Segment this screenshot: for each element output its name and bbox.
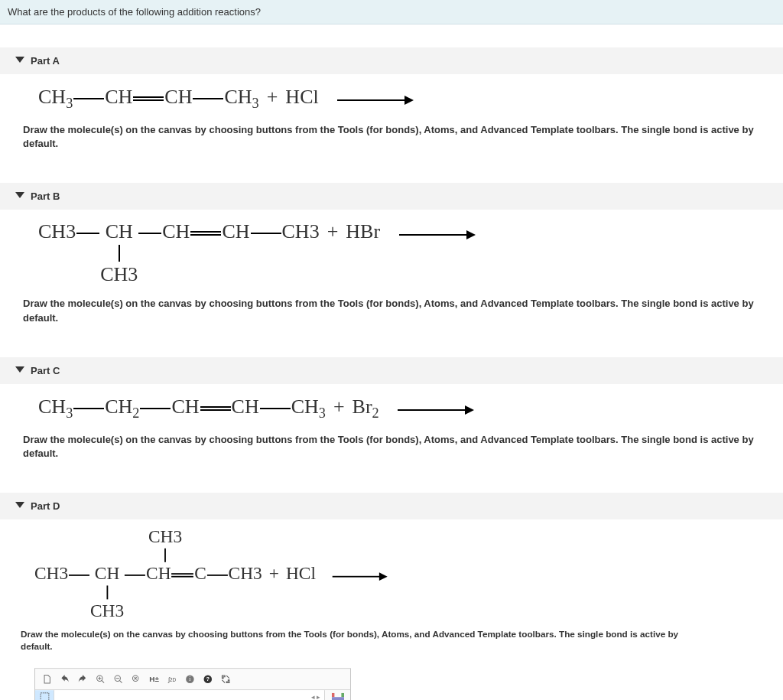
caret-down-icon [15,192,24,198]
part-b-formula: CH3 CH CH3 CHCHCH3+HBr [0,210,783,297]
marquee-select-icon[interactable] [35,691,54,700]
part-a-header[interactable]: Part A [0,47,783,74]
reaction-arrow-icon [333,565,388,586]
reaction-arrow-icon [399,222,476,245]
h-plusminus-button[interactable]: H± [147,672,162,687]
info-icon[interactable]: i [183,672,198,687]
drawing-canvas[interactable]: ◂ ▸ [54,691,324,700]
part-c-header[interactable]: Part C [0,357,783,384]
svg-text:?: ? [206,676,210,683]
part-a-instruction: Draw the molecule(s) on the canvas by ch… [0,123,783,160]
caret-down-icon [15,502,24,508]
question-text: What are the products of the following a… [8,6,261,18]
view-2d-button[interactable]: ∫2D [164,672,180,687]
caret-down-icon [15,57,24,63]
part-d-instruction: Draw the molecule(s) on the canvas by ch… [0,628,705,662]
part-b-header[interactable]: Part B [0,183,783,210]
part-c-instruction: Draw the molecule(s) on the canvas by ch… [0,433,783,470]
fullscreen-icon[interactable] [218,672,233,687]
zoom-out-icon[interactable] [111,672,126,687]
part-a-title: Part A [31,55,60,67]
reaction-arrow-icon [398,396,474,420]
svg-rect-7 [41,693,49,700]
question-header: What are the products of the following a… [0,0,783,24]
periodic-table-icon[interactable] [325,691,350,700]
canvas-pan-icon[interactable]: ◂ ▸ [311,693,320,700]
svg-text:i: i [189,676,190,683]
part-b-instruction: Draw the molecule(s) on the canvas by ch… [0,297,783,334]
part-c-formula: CH3CH2CHCHCH3+Br2 [0,384,783,433]
redo-icon[interactable] [75,672,90,687]
part-d-title: Part D [31,500,60,512]
editor-tools-left: + [35,691,54,700]
caret-down-icon [15,366,24,373]
new-document-icon[interactable] [39,672,54,687]
svg-rect-9 [341,693,344,697]
part-d-header[interactable]: Part D [0,493,783,519]
help-icon[interactable]: ? [200,672,216,687]
part-a-formula: CH3CHCHCH3+HCl [0,74,783,123]
svg-rect-8 [331,693,334,697]
zoom-in-icon[interactable] [93,672,109,687]
molecule-editor: H± ∫2D i ? + ◂ ▸ H C [34,669,351,700]
editor-atoms-right: H C [324,691,350,700]
zoom-fit-icon[interactable] [128,672,144,687]
part-c-title: Part C [31,365,60,376]
part-d-formula: CH3 CH3 CH CH3 CHC CH3+HCl [0,519,705,628]
undo-icon[interactable] [57,672,73,687]
svg-rect-10 [331,697,343,700]
reaction-arrow-icon [337,86,414,110]
part-b-title: Part B [31,190,60,202]
editor-toolbar: H± ∫2D i ? [35,669,350,691]
